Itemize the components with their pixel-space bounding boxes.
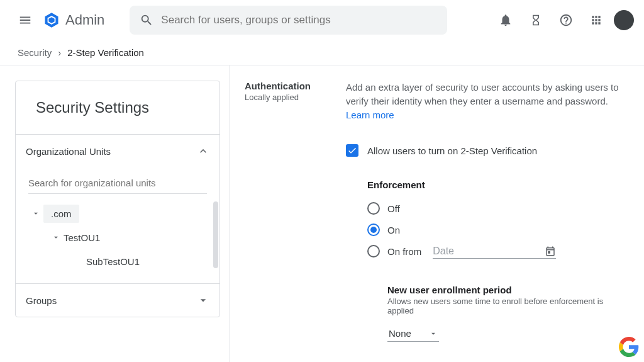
app-name: Admin (65, 12, 104, 28)
breadcrumb: Security › 2-Step Verification (0, 40, 644, 65)
checkmark-icon (347, 145, 357, 156)
new-user-title: New user enrollment period (387, 285, 629, 295)
org-units-toggle[interactable]: Organizational Units (16, 134, 219, 167)
settings-detail: Authentication Locally applied Add an ex… (230, 65, 644, 362)
chevron-up-icon (197, 145, 209, 157)
enforcement-onfrom-row[interactable]: On from Date (367, 240, 629, 262)
org-units-body: .com TestOU1 SubTestOU1 (16, 167, 219, 283)
header-actions (493, 8, 634, 33)
ou-label-subtestou1: SubTestOU1 (86, 256, 140, 267)
new-user-block: New user enrollment period Allows new us… (387, 285, 629, 342)
groups-toggle[interactable]: Groups (16, 283, 219, 317)
bell-icon (499, 13, 513, 27)
ou-row-testou1[interactable]: TestOU1 (16, 225, 219, 249)
calendar-icon (545, 246, 556, 257)
dropdown-icon (429, 329, 438, 338)
section-description: Add an extra layer of security to user a… (346, 81, 629, 122)
radio-on[interactable] (367, 223, 380, 236)
radio-onfrom[interactable] (367, 245, 380, 257)
ou-label-testou1: TestOU1 (64, 232, 100, 243)
radio-off[interactable] (367, 202, 380, 215)
new-user-select[interactable]: None (387, 325, 439, 342)
enforcement-block: Enforcement Off On On from Date (367, 179, 629, 262)
chevron-right-icon: › (58, 47, 61, 58)
allow-2sv-label: Allow users to turn on 2-Step Verificati… (367, 145, 537, 156)
apps-button[interactable] (584, 8, 609, 33)
new-user-desc: Allows new users some time to enroll bef… (387, 297, 629, 315)
enforcement-on-row[interactable]: On (367, 219, 629, 240)
breadcrumb-current: 2-Step Verification (67, 47, 144, 58)
security-settings-panel: Security Settings Organizational Units .… (15, 81, 220, 317)
date-placeholder: Date (433, 246, 545, 257)
apps-grid-icon (590, 14, 602, 26)
search-input[interactable] (161, 14, 437, 26)
groups-label: Groups (26, 295, 57, 306)
enforcement-date-input[interactable]: Date (433, 244, 556, 259)
ou-search-wrap (28, 173, 207, 194)
main-content: Security Settings Organizational Units .… (0, 65, 644, 362)
ou-row-root[interactable]: .com (16, 201, 219, 225)
notifications-button[interactable] (493, 8, 518, 33)
ou-label-root: .com (43, 205, 79, 223)
hourglass-icon (530, 13, 542, 27)
app-logo[interactable]: Admin (43, 11, 104, 29)
section-heading: Authentication Locally applied (245, 81, 311, 362)
hamburger-menu-button[interactable] (10, 5, 40, 35)
radio-onfrom-label: On from (387, 246, 421, 257)
org-units-label: Organizational Units (26, 146, 111, 157)
panel-title: Security Settings (16, 81, 219, 134)
allow-2sv-checkbox[interactable] (346, 144, 358, 157)
menu-icon (18, 13, 32, 27)
radio-on-label: On (387, 225, 400, 235)
left-sidebar: Security Settings Organizational Units .… (0, 65, 230, 362)
enforcement-title: Enforcement (367, 179, 629, 190)
allow-2sv-row[interactable]: Allow users to turn on 2-Step Verificati… (346, 144, 629, 157)
account-avatar[interactable] (614, 10, 634, 30)
section-body: Add an extra layer of security to user a… (346, 81, 629, 362)
radio-off-label: Off (387, 203, 400, 214)
new-user-value: None (389, 328, 411, 339)
search-box[interactable] (130, 6, 447, 35)
google-logo-icon (619, 337, 639, 357)
ou-search-input[interactable] (28, 173, 207, 194)
ou-row-subtestou1[interactable]: SubTestOU1 (16, 249, 219, 273)
ou-tree: .com TestOU1 SubTestOU1 (16, 201, 219, 273)
admin-logo-icon (43, 11, 60, 29)
learn-more-link[interactable]: Learn more (346, 110, 394, 120)
section-title: Authentication (245, 81, 311, 91)
help-button[interactable] (553, 8, 579, 33)
breadcrumb-root[interactable]: Security (18, 47, 52, 58)
enforcement-off-row[interactable]: Off (367, 198, 629, 219)
auth-section: Authentication Locally applied Add an ex… (245, 81, 629, 362)
chevron-down-icon (197, 294, 209, 307)
caret-down-icon[interactable] (48, 233, 64, 242)
search-icon (140, 13, 153, 27)
ou-scrollbar[interactable] (213, 201, 218, 268)
caret-down-icon[interactable] (28, 209, 43, 218)
tasks-button[interactable] (523, 8, 548, 33)
app-header: Admin (0, 0, 644, 40)
section-scope: Locally applied (245, 93, 311, 102)
help-icon (559, 13, 573, 27)
